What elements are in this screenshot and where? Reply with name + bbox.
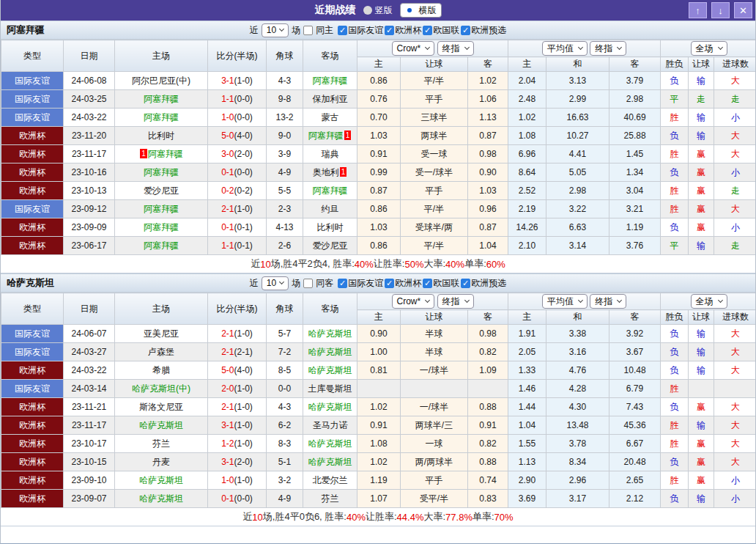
check-icon: ✓ <box>386 279 393 287</box>
result-wdl-cell: 负 <box>661 343 689 361</box>
score-cell: 3-1(2-0) <box>208 453 267 471</box>
odds-source-select[interactable]: Crow* <box>392 41 435 56</box>
home-team: 芬兰 <box>115 435 208 453</box>
radio-vertical-layout[interactable]: 竖版 <box>363 4 393 17</box>
league-label: 欧洲杯 <box>395 277 421 290</box>
team-label: 土库曼斯坦 <box>308 383 352 394</box>
league-checkbox[interactable]: ✓ <box>385 26 394 35</box>
home-team: 哈萨克斯坦 <box>115 490 208 508</box>
corner-cell: 4-9 <box>267 490 303 508</box>
avg-home-cell: 6.96 <box>508 145 546 163</box>
away-team: 哈萨克斯坦 <box>303 453 357 471</box>
avg-home-header: 主 <box>508 57 546 72</box>
score-half: (0-0) <box>234 167 253 177</box>
same-side-checkbox[interactable] <box>303 26 313 35</box>
result-goals-header: 进球数 <box>714 57 756 72</box>
result-wdl-cell: 负 <box>661 127 689 145</box>
result-goals-cell <box>714 380 756 398</box>
team-label: 蒙古 <box>322 112 339 122</box>
league-checkbox[interactable]: ✓ <box>423 26 432 35</box>
avg-away-cell: 6.67 <box>609 435 661 453</box>
col-date-header: 日期 <box>64 293 115 325</box>
avg-draw-cell: 5.05 <box>546 163 609 182</box>
league-checkbox[interactable]: ✓ <box>385 279 394 288</box>
summary-row: 近10场,胜4平0负6, 胜率:40% 让胜率:44.4% 大率:77.8% 单… <box>1 508 755 526</box>
odds-stage-select[interactable]: 终指 <box>437 294 474 309</box>
match-count-select[interactable]: 10 <box>262 23 289 37</box>
away-team: 哈萨克斯坦 <box>303 398 357 416</box>
league-checkbox[interactable]: ✓ <box>461 279 470 288</box>
move-up-button[interactable]: ↑ <box>689 2 707 18</box>
same-side-label: 同客 <box>316 277 333 290</box>
team-label: 哈萨克斯坦 <box>308 438 352 449</box>
result-group-header: 全场 <box>661 293 756 310</box>
score-full: 2-1 <box>221 328 234 339</box>
score-cell: 2-0(1-0) <box>208 380 267 398</box>
summary-segment: 单率: <box>472 510 494 523</box>
avg-source-select[interactable]: 平均值 <box>542 41 588 56</box>
fulltime-select[interactable]: 全场 <box>691 294 727 309</box>
summary-segment: 让胜率: <box>374 257 405 271</box>
score-cell: 1-0(0-0) <box>208 109 267 127</box>
table-row: 欧洲杯 23-11-21 斯洛文尼亚 2-1(1-0) 4-3 哈萨克斯坦 1.… <box>1 398 756 416</box>
odds-home-cell <box>357 380 401 398</box>
avg-draw-cell: 2.96 <box>546 471 609 490</box>
team-label: 阿塞拜疆 <box>144 204 179 214</box>
fulltime-select[interactable]: 全场 <box>691 41 727 56</box>
table-row: 国际友谊 24-06-08 阿尔巴尼亚(中) 3-1(1-0) 4-3 阿塞拜疆… <box>1 72 756 90</box>
score-full: 1-2 <box>221 438 234 449</box>
table-row: 国际友谊 23-09-12 阿塞拜疆 2-1(1-0) 2-3 约旦 0.86 … <box>1 200 756 218</box>
team-label: 哈萨克斯坦 <box>308 365 352 375</box>
date-cell: 24-03-14 <box>64 380 115 398</box>
away-team: 哈萨克斯坦 <box>303 325 357 343</box>
score-cell: 1-2(1-0) <box>208 435 267 453</box>
result-wdl-cell: 胜 <box>661 109 689 127</box>
result-goals-cell: 大 <box>714 398 756 416</box>
result-handicap-cell: 赢 <box>689 182 714 200</box>
score-cell: 3-1(1-0) <box>208 416 267 435</box>
home-team: 阿塞拜疆 <box>115 163 208 182</box>
league-checkbox[interactable]: ✓ <box>338 279 347 288</box>
near-label: 近 <box>250 24 259 37</box>
league-checkbox[interactable]: ✓ <box>423 279 432 288</box>
summary-segment: 40% <box>355 259 374 270</box>
home-team: 哈萨克斯坦 <box>115 471 208 490</box>
match-count-select[interactable]: 10 <box>262 276 289 290</box>
result-group-header: 全场 <box>661 40 756 57</box>
summary-segment: 大率: <box>423 257 445 271</box>
league-label: 欧国联 <box>433 24 459 37</box>
odds-source-select[interactable]: Crow* <box>392 294 435 309</box>
corner-cell: 9-0 <box>267 127 303 145</box>
move-down-button[interactable]: ↓ <box>711 2 730 18</box>
avg-away-cell: 2.12 <box>609 490 661 508</box>
avg-stage-select[interactable]: 终指 <box>590 41 626 56</box>
results-table: 类型 日期 主场 比分(半场) 角球 客场 Crow* 终指 平均值 终指 <box>1 40 756 255</box>
result-wdl-cell: 平 <box>661 90 689 109</box>
odds-home-cell: 0.86 <box>357 200 401 218</box>
odds-line-cell: 半球 <box>401 343 468 361</box>
league-checkbox[interactable]: ✓ <box>461 26 470 35</box>
radio-horizontal-layout[interactable]: 横版 <box>400 3 442 18</box>
score-cell: 1-0(1-0) <box>208 471 267 490</box>
date-cell: 23-09-12 <box>64 200 115 218</box>
avg-source-select[interactable]: 平均值 <box>542 294 588 309</box>
home-team: 阿塞拜疆 <box>115 200 208 218</box>
same-side-checkbox[interactable] <box>303 279 313 288</box>
away-team: 蒙古 <box>303 109 357 127</box>
avg-stage-select[interactable]: 终指 <box>590 294 626 309</box>
league-cell: 欧洲杯 <box>1 490 64 508</box>
avg-source-value: 平均值 <box>547 295 574 308</box>
team-label: 阿塞拜疆 <box>144 167 179 177</box>
team-label: 芬兰 <box>152 438 170 449</box>
team-label: 阿塞拜疆 <box>308 131 344 141</box>
result-wdl-header: 胜负 <box>661 310 689 325</box>
odds-stage-select[interactable]: 终指 <box>437 41 474 56</box>
league-checkbox[interactable]: ✓ <box>338 26 347 35</box>
score-cell: 0-1(0-1) <box>208 218 267 237</box>
avg-home-cell: 2.04 <box>508 72 546 90</box>
close-button[interactable]: ✕ <box>734 2 752 18</box>
team-label: 圣马力诺 <box>313 420 348 430</box>
avg-home-cell: 2.52 <box>508 182 546 200</box>
avg-group-header: 平均值 终指 <box>508 293 661 310</box>
odds-away-cell: 0.82 <box>468 343 508 361</box>
